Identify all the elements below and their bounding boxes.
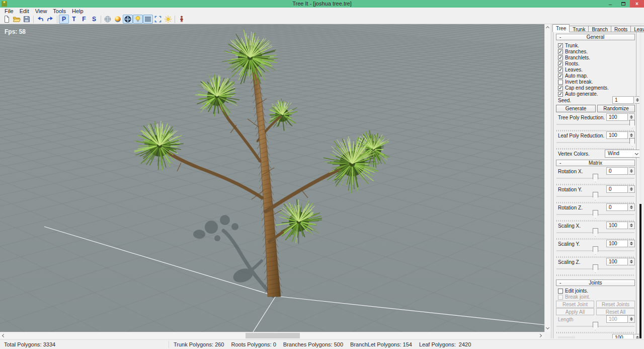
- spin-down-icon: [630, 171, 633, 173]
- tab-leaves[interactable]: Leaves: [630, 26, 644, 32]
- view-top-button[interactable]: T: [69, 15, 79, 24]
- scroll-right-arrow[interactable]: [538, 332, 544, 339]
- light-button[interactable]: [133, 15, 143, 24]
- new-file-button[interactable]: [2, 15, 12, 24]
- spinner-value[interactable]: 100: [606, 131, 628, 139]
- checkbox-leaves[interactable]: ✓Leaves.: [558, 67, 583, 73]
- collapse-icon[interactable]: -: [559, 34, 561, 40]
- spinner-tree-poly-reduction[interactable]: 100: [606, 113, 635, 121]
- general-section-header[interactable]: - General: [556, 34, 635, 40]
- checkbox-branchlets[interactable]: ✓Branchlets.: [558, 55, 590, 60]
- control-row-tree-poly-reduction: Tree Poly Reduction.100: [556, 113, 635, 132]
- spinner-scaling-z[interactable]: 100: [606, 258, 635, 265]
- checkbox-roots[interactable]: ✓Roots.: [558, 61, 580, 66]
- wireframe-globe-button[interactable]: [103, 15, 113, 24]
- spinner-buttons[interactable]: [628, 240, 635, 247]
- menu-help[interactable]: Help: [69, 8, 87, 15]
- checkbox-trunk[interactable]: ✓Trunk.: [558, 43, 579, 48]
- menu-view[interactable]: View: [32, 8, 50, 15]
- seed-spinner[interactable]: 1: [612, 96, 641, 104]
- vertex-colors-dropdown[interactable]: Wind: [605, 150, 641, 158]
- ground-floor-button[interactable]: [143, 15, 153, 24]
- toolbar-separator: [175, 16, 175, 23]
- undo-button[interactable]: [35, 15, 45, 24]
- tab-roots[interactable]: Roots: [611, 26, 631, 32]
- slider-thumb-rotation-z[interactable]: [593, 210, 598, 219]
- scroll-left-arrow[interactable]: [0, 332, 7, 339]
- view-perspective-button[interactable]: P: [59, 15, 69, 24]
- spinner-scaling-x[interactable]: 100: [606, 222, 635, 229]
- spinner-value[interactable]: 0: [606, 185, 628, 193]
- sun-button[interactable]: [163, 15, 173, 24]
- slider-track[interactable]: [556, 142, 634, 143]
- spinner-buttons[interactable]: [628, 131, 635, 139]
- tab-branch[interactable]: Branch: [588, 26, 611, 32]
- slider-thumb-scaling-x[interactable]: [593, 228, 598, 237]
- slider-thumb-rotation-y[interactable]: [593, 192, 598, 200]
- open-file-button[interactable]: [12, 15, 22, 24]
- viewport-vertical-scrollbar[interactable]: [544, 24, 551, 332]
- character-scale-button[interactable]: [177, 15, 187, 24]
- focus-selection-button[interactable]: [153, 15, 163, 24]
- collapse-icon[interactable]: -: [559, 160, 561, 166]
- matrix-section-header[interactable]: - Matrix: [556, 160, 635, 166]
- checkbox-branches[interactable]: ✓Branches.: [558, 49, 588, 54]
- menu-edit[interactable]: Edit: [17, 8, 32, 15]
- randomize-button[interactable]: Randomize: [597, 105, 635, 112]
- slider-thumb-leaf-poly-reduction[interactable]: [629, 138, 635, 147]
- viewport-canvas[interactable]: Fps: 58: [0, 24, 544, 332]
- spinner-leaf-poly-reduction[interactable]: 100: [606, 131, 635, 139]
- tab-trunk[interactable]: Trunk: [569, 26, 589, 32]
- save-button[interactable]: [22, 15, 32, 24]
- spinner-buttons[interactable]: [628, 113, 635, 121]
- spinner-value[interactable]: 100: [606, 258, 628, 265]
- spinner-rotation-x[interactable]: 0: [606, 167, 635, 175]
- spinner-value[interactable]: 100: [606, 222, 628, 229]
- material-sphere-button[interactable]: [113, 15, 123, 24]
- menu-tools[interactable]: Tools: [50, 8, 69, 15]
- fan-wind-button[interactable]: [123, 15, 133, 24]
- slider-thumb-scaling-z[interactable]: [593, 264, 598, 273]
- spinner-buttons[interactable]: [628, 203, 635, 211]
- spinner-buttons[interactable]: [628, 258, 635, 265]
- checkbox-edit-joints[interactable]: Edit joints.: [558, 288, 588, 294]
- checkbox-auto-map[interactable]: ✓Auto map.: [558, 73, 588, 79]
- clipped-row-value[interactable]: 100: [612, 334, 634, 338]
- clipped-row-spinner[interactable]: 100: [612, 334, 641, 338]
- horizontal-scroll-thumb[interactable]: [246, 333, 300, 338]
- panel-scroll-thumb[interactable]: [639, 204, 641, 338]
- slider-thumb-scaling-y[interactable]: [593, 246, 598, 255]
- slider-thumb-rotation-x[interactable]: [593, 174, 598, 182]
- spinner-buttons[interactable]: [628, 185, 635, 193]
- menu-file[interactable]: File: [2, 8, 17, 15]
- checkbox-invert-break[interactable]: Invert break.: [558, 79, 593, 85]
- viewport-horizontal-scrollbar[interactable]: [0, 332, 544, 338]
- redo-button[interactable]: [45, 15, 55, 24]
- view-side-button[interactable]: S: [89, 15, 99, 24]
- spinner-buttons[interactable]: [628, 315, 635, 323]
- generate-button[interactable]: Generate: [556, 105, 596, 112]
- slider-track[interactable]: [556, 124, 634, 125]
- spinner-scaling-y[interactable]: 100: [606, 240, 635, 247]
- spinner-value[interactable]: 100: [606, 315, 628, 323]
- panel-scrollbar[interactable]: [639, 24, 641, 338]
- checkbox-cap-end-segments[interactable]: ✓Cap end segments.: [558, 85, 609, 91]
- spinner-rotation-y[interactable]: 0: [606, 185, 635, 193]
- joints-section-header[interactable]: - Joints: [556, 280, 635, 286]
- spinner-value[interactable]: 100: [606, 113, 628, 121]
- checkbox-auto-generate[interactable]: ✓Auto generate.: [558, 91, 598, 97]
- seed-value[interactable]: 1: [612, 96, 634, 104]
- maximize-button[interactable]: [617, 0, 630, 8]
- spinner-value[interactable]: 100: [606, 240, 628, 247]
- spinner-buttons[interactable]: [628, 222, 635, 229]
- tab-tree[interactable]: Tree: [552, 24, 570, 32]
- collapse-icon[interactable]: -: [559, 280, 561, 286]
- spinner-buttons[interactable]: [628, 167, 635, 175]
- spinner-value[interactable]: 0: [606, 203, 628, 211]
- view-front-button[interactable]: F: [79, 15, 89, 24]
- spinner-value[interactable]: 0: [606, 167, 628, 175]
- close-button[interactable]: ×: [630, 0, 644, 8]
- minimize-button[interactable]: –: [604, 0, 617, 8]
- slider-thumb-tree-poly-reduction[interactable]: [629, 120, 635, 128]
- spinner-rotation-z[interactable]: 0: [606, 203, 635, 211]
